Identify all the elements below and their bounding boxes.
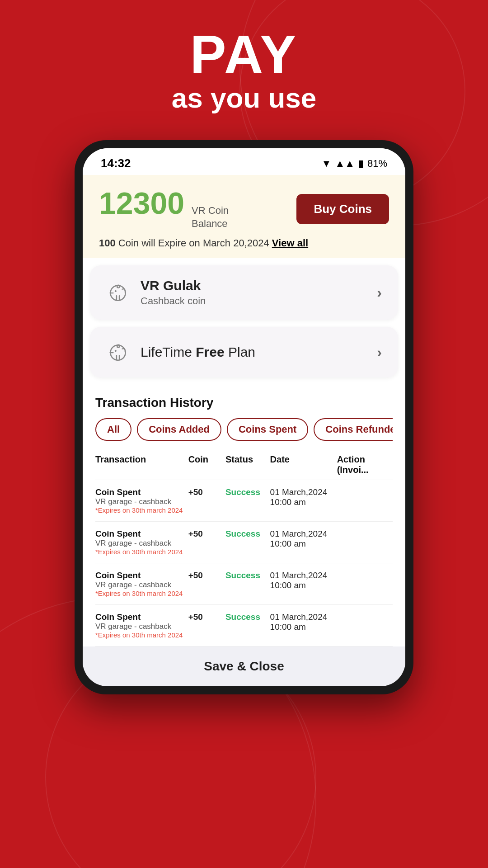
transaction-cell-2: Coin Spent VR garage - cashback *Expires… bbox=[95, 571, 188, 597]
phone-mockup: 14:32 ▼ ▲▲ ▮ 81% 12300 VR Coin Balance bbox=[75, 140, 413, 694]
lifetime-plan-text: LifeTime Free Plan bbox=[141, 344, 366, 360]
lifetime-plan-card[interactable]: $ LifeTime Free Plan › bbox=[90, 327, 398, 377]
col-date: Date bbox=[270, 454, 337, 475]
svg-text:$: $ bbox=[117, 344, 119, 349]
header-section: PAY as you use bbox=[0, 27, 488, 115]
coin-label-line2: Balance bbox=[192, 217, 229, 231]
col-status: Status bbox=[225, 454, 270, 475]
vr-gulak-arrow-icon: › bbox=[377, 284, 382, 301]
coin-balance-section: 12300 VR Coin Balance Buy Coins 100 Coin… bbox=[83, 175, 405, 258]
vr-gulak-card[interactable]: $ VR Gulak Cashback coin › bbox=[90, 265, 398, 320]
lifetime-plan-arrow-icon: › bbox=[377, 344, 382, 361]
coin-expiry-amount: 100 bbox=[99, 237, 116, 249]
coin-amount: 12300 bbox=[99, 188, 184, 218]
table-row: Coin Spent VR garage - cashback *Expires… bbox=[95, 480, 393, 522]
coin-cell-0: +50 bbox=[188, 487, 225, 497]
status-cell-2: Success bbox=[225, 571, 270, 580]
coin-balance-top: 12300 VR Coin Balance Buy Coins bbox=[99, 188, 389, 230]
filter-tabs: All Coins Added Coins Spent Coins Refund… bbox=[95, 418, 393, 441]
header-subtitle: as you use bbox=[0, 81, 488, 115]
table-rows: Coin Spent VR garage - cashback *Expires… bbox=[95, 480, 393, 646]
coin-cell-3: +50 bbox=[188, 612, 225, 622]
date-cell-2: 01 March,202410:00 am bbox=[270, 571, 337, 590]
coin-label-wrap: VR Coin Balance bbox=[192, 204, 229, 230]
signal-icon: ▲▲ bbox=[335, 158, 355, 170]
status-bar: 14:32 ▼ ▲▲ ▮ 81% bbox=[83, 148, 405, 175]
filter-tab-coins-refunded[interactable]: Coins Refunde... bbox=[314, 418, 393, 441]
date-cell-3: 01 March,202410:00 am bbox=[270, 612, 337, 632]
phone-outer-shell: 14:32 ▼ ▲▲ ▮ 81% 12300 VR Coin Balance bbox=[75, 140, 413, 694]
col-transaction: Transaction bbox=[95, 454, 188, 475]
status-time: 14:32 bbox=[101, 156, 131, 170]
table-row: Coin Spent VR garage - cashback *Expires… bbox=[95, 522, 393, 563]
lifetime-post: Plan bbox=[225, 344, 255, 359]
coin-amount-wrap: 12300 VR Coin Balance bbox=[99, 188, 229, 230]
view-all-link[interactable]: View all bbox=[272, 237, 308, 249]
coin-cell-1: +50 bbox=[188, 529, 225, 539]
lifetime-plan-icon: $ bbox=[106, 340, 130, 365]
vr-gulak-text: VR Gulak Cashback coin bbox=[141, 278, 366, 307]
status-cell-1: Success bbox=[225, 529, 270, 539]
transaction-cell-3: Coin Spent VR garage - cashback *Expires… bbox=[95, 612, 188, 639]
lifetime-free: Free bbox=[196, 344, 224, 359]
transaction-history-title: Transaction History bbox=[95, 396, 393, 410]
date-cell-1: 01 March,202410:00 am bbox=[270, 529, 337, 549]
coin-expiry-row: 100 Coin will Expire on March 20,2024 Vi… bbox=[99, 237, 389, 249]
battery-percent: 81% bbox=[367, 158, 387, 170]
save-close-bar[interactable]: Save & Close bbox=[83, 646, 405, 686]
filter-tab-all[interactable]: All bbox=[95, 418, 131, 441]
filter-tab-coins-spent[interactable]: Coins Spent bbox=[227, 418, 308, 441]
svg-text:$: $ bbox=[117, 284, 119, 289]
header-pay-text: PAY bbox=[0, 27, 488, 81]
table-row: Coin Spent VR garage - cashback *Expires… bbox=[95, 605, 393, 646]
table-row: Coin Spent VR garage - cashback *Expires… bbox=[95, 563, 393, 605]
transaction-history-section: Transaction History All Coins Added Coin… bbox=[83, 385, 405, 646]
coin-cell-2: +50 bbox=[188, 571, 225, 580]
table-header: Transaction Coin Status Date Action(Invo… bbox=[95, 450, 393, 480]
battery-icon: ▮ bbox=[358, 158, 364, 170]
filter-tab-coins-added[interactable]: Coins Added bbox=[137, 418, 221, 441]
lifetime-plan-title: LifeTime Free Plan bbox=[141, 344, 366, 360]
vr-gulak-icon: $ bbox=[106, 280, 130, 305]
transaction-cell-1: Coin Spent VR garage - cashback *Expires… bbox=[95, 529, 188, 556]
transaction-cell-0: Coin Spent VR garage - cashback *Expires… bbox=[95, 487, 188, 514]
status-cell-3: Success bbox=[225, 612, 270, 622]
status-icons: ▼ ▲▲ ▮ 81% bbox=[322, 158, 387, 170]
coin-expiry-text: Coin will Expire on March 20,2024 bbox=[118, 237, 272, 249]
phone-screen: 14:32 ▼ ▲▲ ▮ 81% 12300 VR Coin Balance bbox=[83, 148, 405, 686]
wifi-icon: ▼ bbox=[322, 158, 332, 170]
buy-coins-button[interactable]: Buy Coins bbox=[296, 194, 389, 224]
vr-gulak-subtitle: Cashback coin bbox=[141, 295, 366, 307]
col-action: Action(Invoi... bbox=[337, 454, 393, 475]
lifetime-pre: LifeTime bbox=[141, 344, 196, 359]
svg-point-5 bbox=[115, 350, 117, 352]
col-coin: Coin bbox=[188, 454, 225, 475]
vr-gulak-title: VR Gulak bbox=[141, 278, 366, 293]
svg-point-1 bbox=[115, 290, 117, 292]
status-cell-0: Success bbox=[225, 487, 270, 497]
save-close-label[interactable]: Save & Close bbox=[204, 659, 284, 673]
coin-label-line1: VR Coin bbox=[192, 204, 229, 217]
date-cell-0: 01 March,202410:00 am bbox=[270, 487, 337, 507]
